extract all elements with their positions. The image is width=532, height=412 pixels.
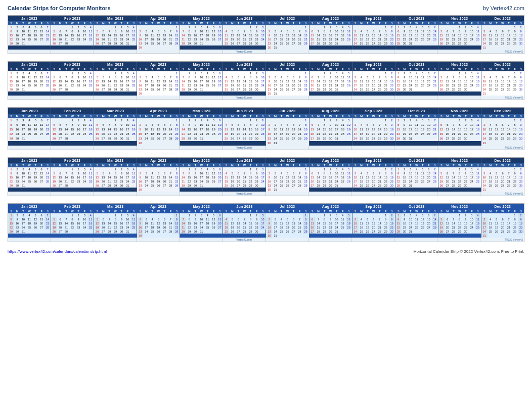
day-cell: 16 — [75, 127, 81, 132]
day-cell: 26 — [420, 225, 426, 230]
day-cell-empty — [57, 167, 63, 171]
day-cell: 30 — [118, 230, 124, 234]
day-cell-empty — [94, 71, 100, 75]
days-grid: 1234567891011121314151617181920212223242… — [352, 213, 395, 234]
day-cell-empty — [100, 213, 106, 217]
days-grid: 1234567891011121314151617181920212223242… — [352, 118, 395, 141]
dow-cell: S — [475, 209, 481, 213]
day-cell: 20 — [426, 79, 432, 83]
day-cell: 4 — [414, 118, 420, 123]
week-row: 16171819202122 — [266, 225, 308, 230]
day-cell: 21 — [297, 37, 303, 41]
day-cell: 14 — [316, 79, 322, 83]
day-cell-empty — [494, 234, 500, 238]
week-row: 14151617181920 — [180, 33, 223, 37]
day-cell: 31 — [272, 45, 278, 50]
day-cell: 11 — [204, 171, 210, 175]
day-cell: 14 — [167, 175, 173, 179]
dow-cell: F — [297, 21, 303, 25]
watermark-cell: Vertex42.com — [223, 50, 266, 54]
day-cell: 28 — [377, 87, 383, 91]
day-cell: 3 — [198, 213, 204, 217]
dow-cell: W — [414, 21, 420, 25]
day-cell: 1 — [457, 25, 463, 29]
week-row: 293031 — [395, 136, 438, 141]
dow-cell: S — [266, 67, 272, 71]
days-grid: 1234567891011121314151617181920212223242… — [51, 25, 94, 45]
day-cell: 18 — [223, 83, 229, 87]
day-cell: 10 — [198, 171, 204, 175]
day-cell: 6 — [38, 213, 45, 217]
day-cell: 8 — [112, 217, 118, 221]
day-cell: 7 — [167, 217, 173, 221]
day-cell: 1 — [303, 213, 309, 217]
day-cell: 20 — [500, 225, 506, 230]
day-cell: 13 — [291, 127, 297, 132]
day-cell: 2 — [389, 25, 395, 29]
copyright-cell: ©2022 Vertex42 — [480, 238, 524, 242]
day-cell: 29 — [395, 230, 402, 234]
day-cell: 13 — [445, 79, 451, 83]
day-cell: 3 — [408, 167, 414, 171]
page-title: Calendar Strips for Computer Monitors — [8, 5, 111, 11]
day-cell: 20 — [309, 83, 316, 87]
month-title: Jan 2023 — [8, 16, 51, 21]
dow-cell: M — [14, 163, 20, 167]
day-cell: 26 — [285, 41, 291, 45]
day-cell: 6 — [291, 171, 297, 175]
day-cell: 12 — [365, 127, 371, 132]
dow-cell: M — [487, 163, 494, 167]
day-cell: 26 — [438, 41, 445, 45]
day-cell-empty — [63, 71, 69, 75]
dow-cell: W — [414, 67, 420, 71]
day-cell: 9 — [137, 33, 143, 37]
dow-cell: T — [247, 21, 253, 25]
day-cell: 31 — [408, 230, 414, 234]
dow-cell: W — [285, 209, 291, 213]
day-cell: 19 — [210, 79, 216, 83]
day-cell: 8 — [303, 171, 309, 175]
day-cell-empty — [494, 45, 500, 50]
week-row: 2345678 — [137, 217, 180, 221]
week-row: 567891011 — [51, 123, 94, 127]
day-cell: 19 — [494, 132, 500, 136]
day-cell: 8 — [383, 123, 389, 127]
day-cell: 6 — [291, 217, 297, 221]
day-cell-empty — [155, 25, 161, 29]
footer-url[interactable]: https://www.vertex42.com/calendars/calen… — [8, 249, 107, 254]
day-cell: 22 — [8, 83, 14, 87]
dow-cell: T — [20, 114, 26, 118]
day-cell-empty — [45, 184, 51, 188]
day-cell-empty — [100, 71, 106, 75]
month-title: Apr 2023 — [137, 158, 180, 163]
week-row: 16171819202122 — [266, 37, 308, 41]
day-cell: 30 — [463, 136, 469, 141]
day-cell-empty — [100, 118, 106, 123]
day-cell: 25 — [26, 225, 32, 230]
dow-cell: W — [457, 21, 463, 25]
day-cell-empty — [426, 41, 432, 45]
day-cell: 4 — [87, 213, 94, 217]
dow-cell: S — [346, 209, 352, 213]
dow-cell: W — [198, 163, 204, 167]
day-cell: 8 — [395, 123, 402, 127]
day-cell: 8 — [303, 29, 309, 33]
day-cell: 29 — [303, 87, 309, 91]
day-cell: 11 — [149, 127, 155, 132]
day-cell: 15 — [457, 175, 463, 179]
day-cell: 31 — [334, 230, 340, 234]
day-cell: 28 — [63, 41, 69, 45]
day-cell: 5 — [51, 217, 57, 221]
dow-cell: M — [359, 114, 365, 118]
day-cell: 13 — [426, 75, 432, 79]
day-cell-empty — [279, 118, 285, 123]
day-cell: 7 — [45, 71, 51, 75]
day-cell: 20 — [100, 83, 106, 87]
week-row: 78910111213 — [180, 75, 223, 79]
day-cell: 24 — [481, 41, 487, 45]
day-cell-empty — [291, 71, 297, 75]
day-cell: 18 — [223, 225, 229, 230]
day-cell: 19 — [32, 79, 38, 83]
day-cell-empty — [451, 213, 457, 217]
dow-cell: T — [63, 114, 69, 118]
